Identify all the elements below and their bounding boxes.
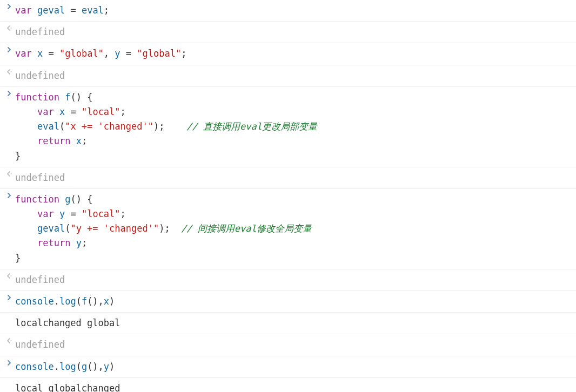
code-token: console bbox=[15, 296, 54, 307]
code-token: ); bbox=[153, 121, 164, 132]
code-token: ; bbox=[120, 208, 126, 219]
console-row[interactable]: console.log(f(),x) bbox=[0, 291, 576, 313]
code-token: return bbox=[37, 136, 70, 146]
code-token bbox=[65, 208, 70, 219]
code-token: } bbox=[15, 151, 21, 161]
code-token: ( bbox=[76, 296, 82, 307]
console-log-output: local globalchanged bbox=[15, 380, 576, 392]
console-row[interactable]: undefined bbox=[0, 334, 576, 356]
console-input: console.log(f(),x) bbox=[15, 293, 576, 310]
code-token bbox=[131, 48, 137, 59]
console-row[interactable]: var x = "global", y = "global"; bbox=[0, 43, 576, 65]
code-token: x bbox=[37, 48, 43, 59]
console-panel[interactable]: var geval = eval;undefinedvar x = "globa… bbox=[0, 0, 576, 392]
console-row[interactable]: undefined bbox=[0, 22, 576, 43]
code-token bbox=[65, 5, 70, 16]
code-token: function bbox=[15, 92, 59, 103]
console-input: var x = "global", y = "global"; bbox=[15, 45, 576, 62]
code-token: var bbox=[15, 5, 32, 16]
output-chevron-icon bbox=[3, 336, 15, 344]
console-row[interactable]: undefined bbox=[0, 65, 576, 87]
code-token: x bbox=[76, 136, 82, 146]
code-token: ( bbox=[76, 361, 82, 372]
console-output-undefined: undefined bbox=[15, 170, 576, 186]
console-input: function f() { var x = "local"; eval("x … bbox=[15, 89, 576, 165]
console-output-undefined: undefined bbox=[15, 67, 576, 84]
code-token: log bbox=[59, 296, 76, 307]
output-chevron-icon bbox=[3, 272, 15, 279]
code-token: geval bbox=[37, 223, 65, 234]
code-token bbox=[76, 208, 82, 219]
code-token: ( bbox=[59, 121, 65, 132]
code-token: ; bbox=[104, 5, 109, 16]
code-token: ); bbox=[159, 223, 170, 234]
code-token: . bbox=[54, 296, 59, 307]
code-token: // 间接调用eval修改全局变量 bbox=[181, 223, 312, 234]
input-chevron-icon bbox=[3, 359, 15, 366]
code-token: "y += 'changed'" bbox=[70, 223, 159, 234]
code-token bbox=[70, 238, 76, 248]
console-row[interactable]: var geval = eval; bbox=[0, 0, 576, 22]
console-row[interactable]: function f() { var x = "local"; eval("x … bbox=[0, 87, 576, 167]
code-token bbox=[164, 121, 186, 132]
output-chevron-icon bbox=[3, 24, 15, 31]
console-input: function g() { var y = "local"; geval("y… bbox=[15, 191, 576, 267]
code-token bbox=[82, 194, 87, 205]
code-token: "x += 'changed'" bbox=[65, 121, 153, 132]
code-token: = bbox=[70, 5, 76, 16]
code-token bbox=[82, 92, 87, 103]
code-token bbox=[43, 48, 48, 59]
code-token: ; bbox=[82, 238, 87, 248]
log-blank-gutter bbox=[3, 380, 15, 381]
console-row[interactable]: function g() { var y = "local"; geval("y… bbox=[0, 189, 576, 269]
code-token: f bbox=[82, 296, 87, 307]
console-row[interactable]: undefined bbox=[0, 269, 576, 291]
code-token: ; bbox=[120, 106, 126, 117]
code-token: "local" bbox=[82, 106, 120, 117]
input-chevron-icon bbox=[3, 89, 15, 97]
output-chevron-icon bbox=[3, 170, 15, 177]
code-token: ) bbox=[109, 296, 115, 307]
input-chevron-icon bbox=[3, 293, 15, 301]
code-token bbox=[54, 48, 59, 59]
code-token bbox=[54, 106, 59, 117]
code-token bbox=[76, 106, 82, 117]
code-token: y bbox=[59, 208, 65, 219]
console-row[interactable]: localchanged global bbox=[0, 313, 576, 334]
code-token: "global" bbox=[137, 48, 181, 59]
code-token bbox=[70, 136, 76, 146]
code-token: { bbox=[87, 194, 92, 205]
svg-point-4 bbox=[11, 340, 12, 341]
code-token bbox=[15, 121, 37, 132]
code-token bbox=[32, 48, 37, 59]
svg-point-3 bbox=[11, 275, 12, 276]
code-token: "global" bbox=[59, 48, 104, 59]
code-token bbox=[15, 223, 37, 234]
code-token: x bbox=[104, 296, 109, 307]
code-token: ) bbox=[109, 361, 115, 372]
code-token: var bbox=[15, 48, 32, 59]
code-token: { bbox=[87, 92, 92, 103]
code-token bbox=[170, 223, 181, 234]
code-token bbox=[120, 48, 126, 59]
console-row[interactable]: console.log(g(),y) bbox=[0, 356, 576, 378]
code-token: geval bbox=[37, 5, 65, 16]
code-token: y bbox=[76, 238, 82, 248]
code-token bbox=[15, 136, 37, 146]
output-chevron-icon bbox=[3, 67, 15, 75]
code-token: = bbox=[48, 48, 53, 59]
svg-point-0 bbox=[11, 28, 12, 29]
console-output-undefined: undefined bbox=[15, 272, 576, 288]
code-token bbox=[54, 208, 59, 219]
code-token: , bbox=[104, 48, 109, 59]
code-token: () bbox=[70, 92, 81, 103]
console-input: console.log(g(),y) bbox=[15, 359, 576, 375]
code-token: // 直接调用eval更改局部变量 bbox=[186, 121, 317, 132]
console-row[interactable]: undefined bbox=[0, 167, 576, 189]
console-log-output: localchanged global bbox=[15, 315, 576, 332]
code-token: var bbox=[37, 208, 54, 219]
code-token bbox=[15, 238, 37, 248]
code-token bbox=[32, 5, 37, 16]
code-token bbox=[15, 208, 37, 219]
console-row[interactable]: local globalchanged bbox=[0, 378, 576, 392]
